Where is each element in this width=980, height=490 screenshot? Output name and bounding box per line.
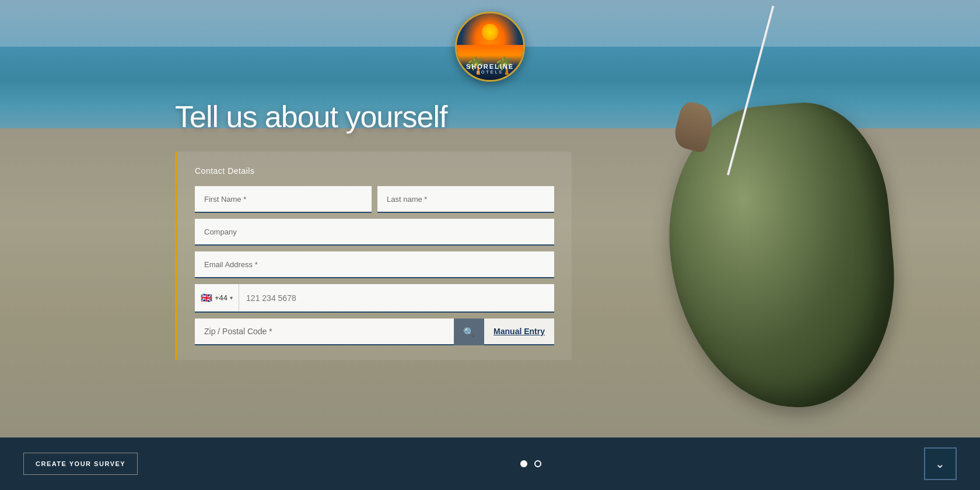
phone-country-selector[interactable]: 🇬🇧 +44 ▾ [195,284,239,312]
section-label: Contact Details [195,166,554,176]
brand-logo: 🌴 🌴 SHORELINE HOTELS [455,12,525,82]
name-row [195,186,554,213]
postal-code-input[interactable] [195,318,454,345]
form-card: Contact Details [175,152,572,360]
postal-search-button[interactable]: 🔍 [454,318,484,345]
page-container: 🌴 🌴 SHORELINE HOTELS Tell us about yours… [0,0,980,490]
main-content: Tell us about yourself Contact Details [0,82,980,490]
create-survey-button[interactable]: CREATE YOUR SURVEY [23,453,138,475]
phone-number-input[interactable] [239,285,554,311]
search-icon: 🔍 [463,327,475,338]
country-flag-icon: 🇬🇧 [201,292,212,303]
logo-sun [482,24,498,40]
last-name-field [377,186,554,213]
manual-entry-link[interactable]: Manual Entry [484,318,554,345]
logo-container: 🌴 🌴 SHORELINE HOTELS [0,0,980,82]
bottom-bar: CREATE YOUR SURVEY ⌄ [0,438,980,490]
last-name-input[interactable] [377,186,554,213]
first-name-input[interactable] [195,186,372,213]
postal-row: 🔍 Manual Entry [195,318,554,345]
country-code-label: +44 [215,293,228,302]
phone-field: 🇬🇧 +44 ▾ [195,284,554,313]
logo-text: SHORELINE HOTELS [466,63,514,74]
page-title: Tell us about yourself [175,99,980,134]
first-name-field [195,186,372,213]
company-field [195,219,554,246]
email-input[interactable] [195,251,554,278]
email-field [195,251,554,278]
form-inner: Contact Details [195,166,554,345]
pagination-dots [520,460,541,467]
pagination-dot-1[interactable] [520,460,527,467]
pagination-dot-2[interactable] [534,460,541,467]
company-input[interactable] [195,219,554,246]
next-button[interactable]: ⌄ [924,447,957,480]
chevron-down-icon: ⌄ [935,457,945,471]
chevron-down-icon: ▾ [230,295,233,301]
